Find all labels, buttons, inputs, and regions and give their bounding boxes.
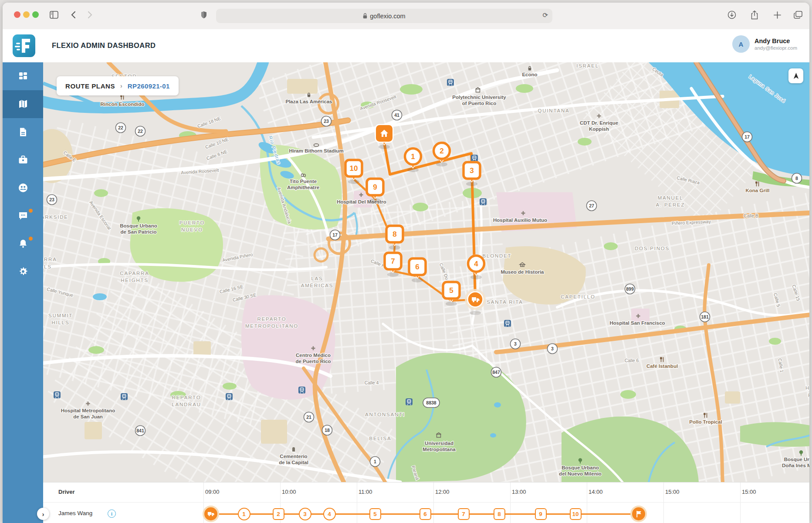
share-icon[interactable] xyxy=(748,9,761,21)
reload-icon[interactable]: ⟳ xyxy=(542,11,548,19)
user-menu[interactable]: A Andy Bruce andy@flexiopr.com xyxy=(732,35,797,53)
breadcrumb-route-plans[interactable]: ROUTE PLANS xyxy=(65,82,115,90)
driver-info-icon[interactable]: i xyxy=(108,509,116,518)
svg-text:17: 17 xyxy=(332,232,338,238)
train-icon xyxy=(504,320,511,327)
timeline-stop-4[interactable]: 4 xyxy=(323,508,336,520)
svg-text:8838: 8838 xyxy=(426,400,436,405)
panel-collapse-button[interactable]: › xyxy=(37,508,49,520)
timeline-hour-label: 10:00 xyxy=(282,489,296,495)
notification-badge xyxy=(29,237,33,241)
svg-text:181: 181 xyxy=(701,314,709,319)
tab-overview-icon[interactable] xyxy=(792,9,804,21)
driver-column-header: Driver xyxy=(58,489,75,495)
new-tab-icon[interactable] xyxy=(771,9,783,21)
svg-text:21: 21 xyxy=(306,414,311,420)
timeline-stop-2[interactable]: 2 xyxy=(273,508,284,520)
timeline-hour-label: 13:00 xyxy=(512,489,526,495)
timeline-stop-3[interactable]: 3 xyxy=(299,508,311,520)
breadcrumb-current-plan[interactable]: RP260921-01 xyxy=(128,82,170,90)
timeline-stop-7[interactable]: 7 xyxy=(458,508,470,520)
sidebar-item-document[interactable] xyxy=(3,118,43,146)
back-button[interactable] xyxy=(67,9,79,21)
timeline-stop-8[interactable]: 8 xyxy=(494,508,505,520)
svg-text:3: 3 xyxy=(470,166,474,175)
route-shield-21: 21 xyxy=(304,412,314,422)
sidebar-item-dashboard[interactable] xyxy=(3,62,43,90)
map-label: ANTONSANTI xyxy=(365,412,405,417)
route-shield-17: 17 xyxy=(742,132,752,142)
chat-icon xyxy=(18,211,28,221)
svg-text:22: 22 xyxy=(118,125,123,130)
map-label: Calle 4 xyxy=(365,380,379,385)
timeline-stop-1[interactable]: 1 xyxy=(238,508,250,520)
svg-text:27: 27 xyxy=(589,203,594,208)
route-shield-23: 23 xyxy=(47,195,57,205)
timeline-hour-label: 14:00 xyxy=(589,489,603,495)
route-shield-3: 3 xyxy=(511,339,521,349)
sidebar-item-briefcase[interactable] xyxy=(3,146,43,174)
timeline-flag-node[interactable] xyxy=(632,507,645,520)
route-shield-22: 22 xyxy=(135,126,145,136)
timeline-truck-node[interactable] xyxy=(204,507,217,520)
svg-text:1: 1 xyxy=(374,459,376,464)
svg-text:23: 23 xyxy=(324,119,329,124)
avatar[interactable]: A xyxy=(732,35,750,53)
user-name: Andy Bruce xyxy=(754,37,797,44)
svg-text:22: 22 xyxy=(138,129,143,134)
timeline-hour-label: 09:00 xyxy=(205,489,220,495)
map-label: RRA xyxy=(44,257,57,262)
svg-text:3: 3 xyxy=(551,346,554,351)
zoom-window-button[interactable] xyxy=(32,11,39,18)
route-shield-17: 17 xyxy=(330,230,340,240)
minimize-window-button[interactable] xyxy=(23,11,30,18)
timeline-hour-label: 12:00 xyxy=(435,489,450,495)
sidebar-item-chat[interactable] xyxy=(3,202,43,230)
svg-text:4: 4 xyxy=(474,260,478,268)
map-label: Calle 6 xyxy=(625,358,639,363)
route-shield-27: 27 xyxy=(587,201,597,211)
train-icon xyxy=(480,198,487,205)
sidebar-item-people[interactable] xyxy=(3,174,43,202)
forward-button[interactable] xyxy=(84,9,96,21)
map-label: ISRAEL xyxy=(576,63,599,68)
browser-toolbar: goflexio.com ⟳ xyxy=(3,3,809,30)
sidebar-item-gear[interactable] xyxy=(3,258,43,285)
downloads-icon[interactable] xyxy=(726,9,738,21)
timeline-stop-5[interactable]: 5 xyxy=(369,508,381,520)
privacy-shield-icon[interactable] xyxy=(198,9,210,21)
route-shield-8838: 8838 xyxy=(423,398,440,408)
timeline-stop-9[interactable]: 9 xyxy=(535,508,547,520)
flexio-logo[interactable] xyxy=(12,34,36,58)
app-header: FLEXIO ADMIN DASHBOARD A Andy Bruce andy… xyxy=(3,29,809,63)
route-map[interactable]: 2222234123171727889918133847841211818838… xyxy=(43,62,809,482)
timeline-stop-6[interactable]: 6 xyxy=(420,508,431,520)
map-icon xyxy=(18,99,28,109)
sidebar-item-bell[interactable] xyxy=(3,230,43,258)
page-title: FLEXIO ADMIN DASHBOARD xyxy=(52,41,156,50)
route-shield-181: 181 xyxy=(700,312,710,322)
timeline-stop-10[interactable]: 10 xyxy=(570,508,582,520)
breadcrumb: ROUTE PLANS › RP260921-01 xyxy=(57,76,179,95)
svg-text:10: 10 xyxy=(350,164,358,173)
svg-text:41: 41 xyxy=(394,112,399,118)
timeline-hour-label: 15:00 xyxy=(742,489,756,495)
bell-icon xyxy=(18,238,28,249)
browser-window: goflexio.com ⟳ xyxy=(3,3,809,523)
document-icon xyxy=(18,127,28,137)
map-label: PA xyxy=(808,393,809,398)
sidebar-toggle-icon[interactable] xyxy=(48,9,60,21)
gear-icon xyxy=(18,266,28,277)
flag-icon xyxy=(636,511,642,517)
close-window-button[interactable] xyxy=(14,11,20,18)
url-text: goflexio.com xyxy=(370,13,405,20)
map-label: BELISA xyxy=(369,436,391,441)
compass-button[interactable] xyxy=(788,68,803,83)
map-label: Hospital San Francisco xyxy=(609,320,665,326)
address-bar[interactable]: goflexio.com ⟳ xyxy=(216,9,552,23)
screenshot-stage: goflexio.com ⟳ xyxy=(0,0,812,523)
map-label: Hospital Auxilio Mutuo xyxy=(493,217,547,223)
sidebar-item-map[interactable] xyxy=(3,90,43,118)
svg-text:5: 5 xyxy=(449,286,453,295)
route-shield-8: 8 xyxy=(792,173,802,183)
